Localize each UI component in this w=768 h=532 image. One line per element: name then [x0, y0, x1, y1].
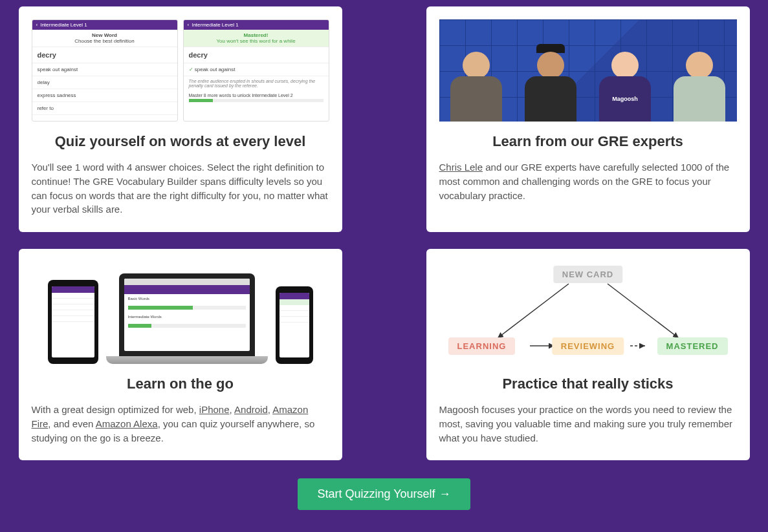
laptop-device: Basic Words Intermediate Words	[106, 273, 268, 364]
quiz-screenshots: Intermediate Level 1 New Word Choose the…	[32, 19, 329, 122]
card-practice: NEW CARD LEARNING REVIEWING MASTERED Pra…	[426, 249, 750, 460]
card-experts: Magoosh Learn from our GRE experts Chris…	[426, 6, 750, 232]
correct-answer: speak out against	[184, 63, 329, 76]
level-bar: Intermediate Level 1	[184, 20, 329, 30]
new-word-header: New Word Choose the best definition	[32, 30, 177, 47]
quiz-screenshot-mastered: Intermediate Level 1 Mastered! You won't…	[183, 19, 329, 122]
card-body: You'll see 1 word with 4 answer choices.…	[32, 160, 329, 217]
pill-reviewing: REVIEWING	[552, 337, 624, 355]
mastered-header: Mastered! You won't see this word for a …	[184, 30, 329, 47]
android-link[interactable]: Android	[234, 404, 268, 415]
vocab-word: decry	[184, 47, 329, 63]
pill-new-card: NEW CARD	[553, 266, 623, 283]
card-title: Learn from our GRE experts	[439, 133, 737, 150]
progress-text: Master 8 more words to unlock Intermedia…	[184, 90, 329, 105]
pill-mastered: MASTERED	[657, 337, 728, 355]
card-learn-on-go: Basic Words Intermediate Words Learn on …	[19, 249, 342, 460]
pill-learning: LEARNING	[448, 337, 516, 355]
magoosh-logo-shirt: Magoosh	[599, 76, 651, 122]
iphone-link[interactable]: iPhone	[199, 404, 230, 415]
card-title: Quiz yourself on words at every level	[32, 133, 329, 150]
chris-lele-link[interactable]: Chris Lele	[439, 162, 483, 173]
card-body: Chris Lele and our GRE experts have care…	[439, 160, 737, 202]
phone-device	[276, 286, 313, 364]
arrow-right-icon: →	[439, 487, 451, 500]
card-title: Learn on the go	[32, 376, 329, 392]
tablet-device	[48, 280, 98, 364]
example-sentence: The entire audience erupted in shouts an…	[184, 76, 329, 90]
answer-option: speak out against	[32, 63, 177, 76]
amazon-alexa-link[interactable]: Amazon Alexa	[96, 418, 158, 429]
quiz-screenshot-new-word: Intermediate Level 1 New Word Choose the…	[32, 19, 178, 122]
card-title: Practice that really sticks	[439, 376, 737, 392]
card-body: With a great design optimized for web, i…	[32, 403, 329, 445]
team-photo: Magoosh	[439, 19, 737, 122]
svg-line-0	[498, 284, 569, 338]
level-bar: Intermediate Level 1	[32, 20, 177, 30]
vocab-word: decry	[32, 47, 177, 63]
start-quizzing-button[interactable]: Start Quizzing Yourself→	[298, 478, 470, 510]
devices-image: Basic Words Intermediate Words	[32, 262, 329, 364]
answer-option: delay	[32, 76, 177, 89]
card-body: Magoosh focuses your practice on the wor…	[439, 403, 737, 445]
answer-option: express sadness	[32, 89, 177, 102]
card-quiz: Intermediate Level 1 New Word Choose the…	[19, 6, 342, 232]
svg-line-1	[608, 284, 679, 338]
answer-option: refer to	[32, 102, 177, 115]
flow-diagram: NEW CARD LEARNING REVIEWING MASTERED	[439, 262, 737, 364]
